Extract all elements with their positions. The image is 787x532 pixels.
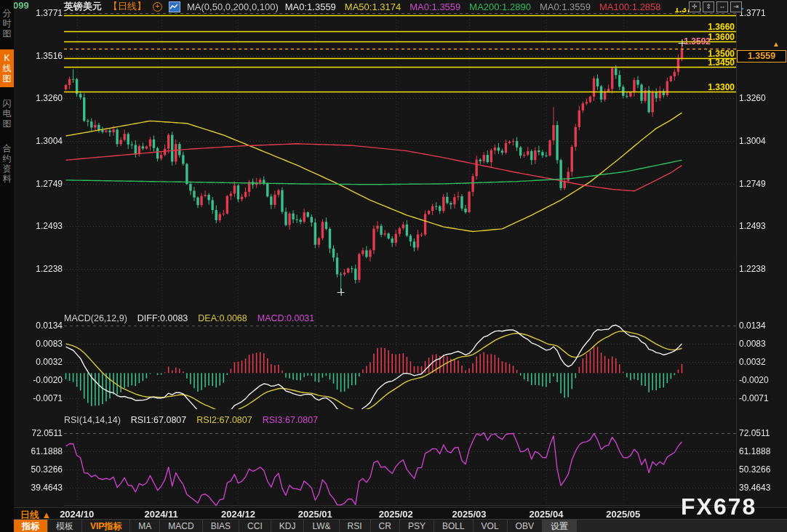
toolbar-item-10[interactable]: RSI — [340, 520, 371, 532]
period-selector[interactable]: 【日线】 — [108, 0, 146, 13]
rsi3-value: RSI3:67.0807 — [263, 415, 318, 425]
scale-horizontal-icon[interactable]: ⇔ — [716, 1, 728, 12]
chart-canvas[interactable] — [0, 0, 787, 532]
sidebar-tab-3[interactable]: 闪电图 — [0, 94, 14, 132]
add-favorite-icon[interactable]: + — [153, 2, 162, 12]
sidebar-tab-1[interactable]: 分时图 — [0, 4, 14, 42]
toolbar-item-5[interactable]: MACD — [160, 520, 202, 532]
current-price-badge: 1.3559 — [737, 50, 786, 63]
ma-settings-label: MA(0,50,0,200,0,100) — [187, 1, 279, 12]
macd-readout-row: MACD(26,12,9) DIFF:0.0083 DEA:0.0068 MAC… — [64, 313, 314, 323]
high-price-label: 1.3592 — [684, 36, 711, 47]
toolbar-item-4[interactable]: MA — [130, 520, 160, 532]
macd-title: MACD(26,12,9) — [64, 313, 127, 323]
ma-readout-5: MA0:1.3559 — [540, 1, 591, 12]
ma-readout-2: MA50:1.3174 — [345, 1, 401, 12]
toolbar-item-13[interactable]: BOLL — [434, 520, 474, 532]
date-axis-row — [14, 507, 787, 520]
ma-readouts: MA0:1.3559MA50:1.3174MA0:1.3559MA200:1.2… — [285, 1, 661, 12]
toolbar-item-6[interactable]: BIAS — [203, 520, 239, 532]
toolbar-item-12[interactable]: PSY — [400, 520, 434, 532]
toolbar-item-7[interactable]: CCI — [239, 520, 271, 532]
indicator-toolbar: 指标模板VIP指标MAMACDBIASCCIKDJLW&RSICRPSYBOLL… — [14, 519, 787, 532]
rsi-title: RSI(14,14,14) — [64, 415, 121, 425]
sidebar-tab-4[interactable]: 合约资料 — [0, 140, 14, 188]
ma-readout-1: MA0:1.3559 — [285, 1, 336, 12]
toolbar-item-14[interactable]: VOL — [474, 520, 508, 532]
window-controls: ✛⇕⇔⇥ — [689, 1, 742, 12]
rsi1-value: RSI1:67.0807 — [131, 415, 186, 425]
chart-header: 英镑美元 【日线】 + MA(0,50,0,200,0,100) MA0:1.3… — [64, 1, 661, 12]
macd-macd-value: MACD:0.0031 — [257, 313, 315, 323]
toolbar-item-1[interactable]: 指标 — [14, 520, 48, 532]
toolbar-item-3[interactable]: VIP指标 — [82, 520, 130, 532]
toolbar-item-2[interactable]: 模板 — [48, 520, 82, 532]
pan-right-icon[interactable]: ⇥ — [730, 1, 742, 12]
rsi-readout-row: RSI(14,14,14) RSI1:67.0807 RSI2:67.0807 … — [64, 415, 318, 425]
sidebar: 分时图K线图闪电图合约资料 — [0, 0, 14, 532]
ma-readout-6: MA100:1.2858 — [599, 1, 661, 12]
chart-type-icon[interactable] — [169, 1, 180, 12]
move-icon[interactable]: ✛ — [689, 1, 700, 12]
price-alert-arrow-icon: ▲ — [772, 40, 780, 48]
toolbar-item-16[interactable]: 设置 — [543, 520, 577, 532]
ma-readout-4: MA200:1.2890 — [469, 1, 531, 12]
scale-vertical-icon[interactable]: ⇕ — [703, 1, 714, 12]
toolbar-item-8[interactable]: KDJ — [271, 520, 305, 532]
sidebar-tab-2[interactable]: K线图 — [0, 49, 14, 87]
macd-dea-value: DEA:0.0068 — [198, 313, 247, 323]
toolbar-item-9[interactable]: LW& — [304, 520, 339, 532]
toolbar-item-11[interactable]: CR — [371, 520, 400, 532]
macd-diff-value: DIFF:0.0083 — [137, 313, 188, 323]
toolbar-item-15[interactable]: OBV — [508, 520, 543, 532]
symbol-name: 英镑美元 — [64, 0, 102, 13]
ma-readout-3: MA0:1.3559 — [410, 1, 460, 12]
rsi2-value: RSI2:67.0807 — [196, 415, 252, 425]
fx678-logo: FX678 — [681, 493, 756, 520]
trading-app-window: 分时图K线图闪电图合约资料 英镑美元 【日线】 + MA(0,50,0,200,… — [0, 0, 787, 532]
